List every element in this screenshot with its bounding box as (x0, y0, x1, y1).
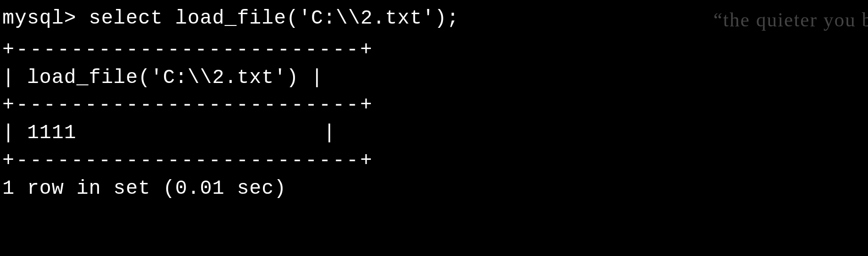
table-border-mid: +-------------------------+ (2, 91, 866, 119)
query-status: 1 row in set (0.01 sec) (2, 175, 866, 203)
table-border-bottom: +-------------------------+ (2, 147, 866, 175)
table-header-row: | load_file('C:\\2.txt') | (2, 64, 866, 92)
mysql-prompt: mysql> (2, 5, 89, 33)
query-result-table: +-------------------------+ | load_file(… (2, 36, 866, 175)
table-data-row: | 1111 | (2, 119, 866, 147)
sql-command: select load_file('C:\\2.txt'); (89, 5, 459, 33)
background-watermark-text: “the quieter you b (713, 8, 868, 31)
table-border-top: +-------------------------+ (2, 36, 866, 64)
mysql-terminal[interactable]: mysql> select load_file('C:\\2.txt'); +-… (2, 5, 866, 203)
